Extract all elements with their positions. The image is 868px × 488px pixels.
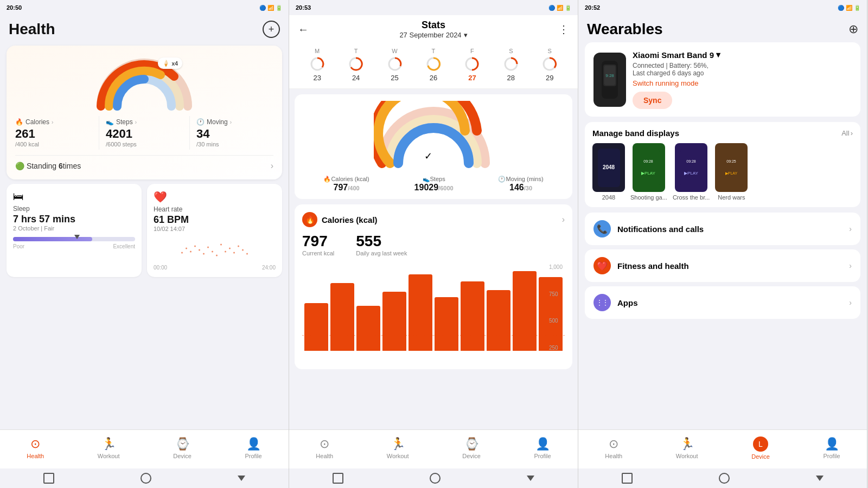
apps-item[interactable]: ⋮⋮ Apps › [585,286,860,319]
health-header: Health + [0,15,289,41]
nav-health-2[interactable]: ⊙ Health [316,437,333,459]
svg-point-10 [225,251,226,253]
status-bar-2: 20:53 🔵 📶 🔋 [289,0,578,15]
nav-profile-1[interactable]: 👤 Profile [245,437,261,459]
stats-header: ← Stats 27 September 2024 ▾ ⋮ [289,15,578,43]
switch-running-mode[interactable]: Switch running mode [633,79,852,87]
sys-square-1[interactable] [43,473,54,484]
steps-metric[interactable]: 👟 Steps › 4201 /6000 steps [99,116,190,150]
band-display-2048[interactable]: 2048 2048 [592,143,625,201]
svg-point-1 [186,248,187,249]
sys-back-3[interactable] [816,476,824,481]
calories-header: 🔥 Calories (kcal) › [302,212,565,227]
day-col-6[interactable]: S 29 [542,48,557,82]
nav-workout-1[interactable]: 🏃 Workout [98,437,120,459]
sys-nav-2 [289,468,578,488]
device-info: Xiaomi Smart Band 9 ▾ Connected | Batter… [633,50,852,109]
bar-6 [461,281,484,351]
metrics-row: 🔥 Calories › 261 /400 kcal 👟 Steps › 420… [15,116,273,150]
sys-back-2[interactable] [527,476,534,481]
device-dropdown-icon[interactable]: ▾ [716,50,720,60]
sys-square-3[interactable] [622,473,633,484]
status-time-3: 20:52 [585,4,600,11]
band-displays-list: 2048 2048 09:28▶PLAY Shooting ga... 09:2… [592,143,853,201]
sys-back-1[interactable] [238,476,245,481]
device-nav-active-icon: L [753,436,768,452]
band-display-cross[interactable]: 09:28▶PLAY Cross the br... [673,143,710,201]
svg-text:09:25: 09:25 [726,159,736,163]
calories-metric[interactable]: 🔥 Calories › 261 /400 kcal [15,116,99,150]
status-bar-1: 20:50 🔵 📶 🔋 [0,0,289,15]
stats-content: ✓ 🔥Calories (kcal) 797/400 👟Steps 19029/… [289,89,578,429]
standing-arrow: › [271,161,273,171]
svg-point-11 [229,248,231,249]
avg-kcal: 555 Daily avg last week [356,233,407,256]
fitness-icon: ❤️ [593,257,611,274]
sleep-card[interactable]: 🛏 Sleep 7 hrs 57 mins 2 October | Fair P… [7,184,142,277]
fitness-arrow: › [849,261,852,270]
week-nav: M 23 T 24 W 25 T 26 F 27 S 28 [289,43,578,89]
notifications-calls-item[interactable]: 📞 Notifications and calls › [585,213,860,245]
calories-arrow: › [562,215,565,224]
nav-workout-3[interactable]: 🏃 Workout [676,437,698,459]
band-displays-section: Manage band displays All › 2048 2048 09:… [585,122,860,207]
stats-calories: 🔥Calories (kcal) 797/400 [323,176,369,192]
band-all-link[interactable]: All › [841,129,853,137]
day-col-2[interactable]: W 25 [387,48,403,82]
bar-8 [513,271,537,351]
sync-button[interactable]: Sync [633,92,672,109]
apps-arrow: › [849,298,852,307]
sys-nav-1 [0,468,289,488]
calories-icon: 🔥 [302,212,317,227]
apps-icon: ⋮⋮ [593,294,611,311]
stats-steps: 👟Steps 19029/6000 [414,176,454,192]
bar-2 [356,306,380,351]
svg-point-5 [203,253,205,255]
nav-device-2[interactable]: ⌚ Device [462,437,481,459]
band-display-nerd[interactable]: 09:25▶PLAY Nerd wars [715,143,748,201]
sys-square-2[interactable] [333,473,343,484]
sleep-bar [13,237,135,241]
day-col-5[interactable]: S 28 [503,48,519,82]
status-icons-1: 🔵 📶 🔋 [259,5,282,11]
band-display-shooting[interactable]: 09:28▶PLAY Shooting ga... [630,143,667,201]
svg-point-3 [194,246,196,247]
back-button[interactable]: ← [298,23,309,36]
nav-device-3[interactable]: L Device [751,436,770,460]
more-button[interactable]: ⋮ [558,23,569,36]
sys-home-1[interactable] [141,473,151,484]
day-col-3[interactable]: T 26 [426,48,441,82]
sleep-icon: 🛏 [13,190,135,203]
svg-rect-36 [720,149,743,187]
svg-point-2 [190,251,192,253]
nav-health-3[interactable]: ⊙ Health [605,437,622,459]
nav-profile-3[interactable]: 👤 Profile [823,437,840,459]
wearables-add-button[interactable]: ⊕ [848,22,858,36]
svg-point-13 [238,246,239,247]
moving-metric[interactable]: 🕐 Moving › 34 /30 mins [190,116,273,150]
stats-moving: 🕐Moving (mins) 146/30 [498,176,543,192]
health-cards: 🛏 Sleep 7 hrs 57 mins 2 October | Fair P… [7,184,282,277]
add-button[interactable]: + [263,21,280,38]
device-status: Connected | Battery: 56%, Last charged 6… [633,62,852,77]
device-nav-icon: ⌚ [175,437,190,451]
nav-profile-2[interactable]: 👤 Profile [534,437,551,459]
fitness-health-item[interactable]: ❤️ Fitness and health › [585,249,860,282]
day-col-4[interactable]: F 27 [464,48,480,82]
device-image: 9:28 [593,53,626,107]
day-col-0[interactable]: M 23 [310,48,325,82]
svg-text:09:28: 09:28 [644,159,654,163]
day-col-1[interactable]: T 24 [348,48,363,82]
device-name: Xiaomi Smart Band 9 ▾ [633,50,852,60]
heart-card[interactable]: ❤️ Heart rate 61 BPM 10/02 14:07 [147,184,282,277]
panel-stats: 20:53 🔵 📶 🔋 ← Stats 27 September 2024 ▾ … [289,0,578,488]
nav-device-1[interactable]: ⌚ Device [173,437,192,459]
svg-point-0 [181,252,183,254]
nav-workout-2[interactable]: 🏃 Workout [387,437,409,459]
nav-health-1[interactable]: ⊙ Health [27,437,44,459]
bar-3 [382,292,406,351]
sys-home-3[interactable] [719,473,730,484]
sys-home-2[interactable] [430,473,441,484]
bottom-nav-1: ⊙ Health 🏃 Workout ⌚ Device 👤 Profile [0,429,289,468]
stats-date[interactable]: 27 September 2024 ▾ [399,31,467,39]
